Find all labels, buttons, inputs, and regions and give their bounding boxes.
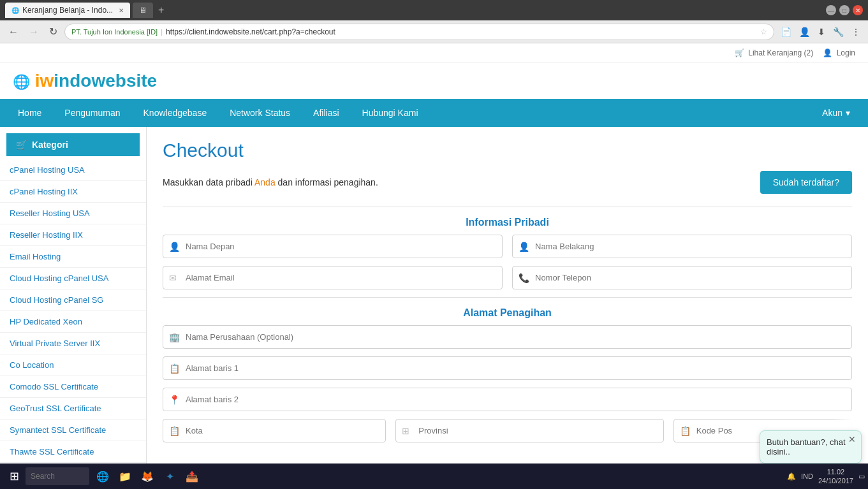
name-row: 👤 👤 [163,235,852,258]
province-icon: ⊞ [402,426,409,436]
logo-icon: 🌐 [13,74,30,90]
nav-knowledgebase[interactable]: Knowledgebase [132,99,219,127]
security-label: PT. Tujuh Ion Indonesia [ID] [71,28,158,36]
category-icon: 🛒 [16,140,27,150]
subtitle-suffix: dan informasi penagihan. [276,177,378,187]
nav-hubungi[interactable]: Hubungi Kami [351,99,430,127]
sidebar-item-symantect[interactable]: Symantect SSL Certificate [0,420,146,441]
login-link[interactable]: 👤 Login [823,48,855,57]
telepon-input[interactable] [512,266,852,289]
taskbar: ⊞ 🌐 📁 🦊 ✦ 📤 🔔 IND 11.02 24/10/2017 ▭ [0,463,868,469]
back-button[interactable]: ← [5,25,22,39]
close-button[interactable]: ✕ [853,5,863,15]
menu-icon[interactable]: ⋮ [849,26,863,38]
profile-icon[interactable]: 👤 [797,26,813,38]
tab-close-icon[interactable]: ✕ [119,7,124,14]
logo-prefix: iw [35,71,54,91]
nav-akun[interactable]: Akun ▾ [811,99,862,127]
nav-pengumuman[interactable]: Pengumuman [53,99,131,127]
browser-toolbar-icons: 📄 👤 ⬇ 🔧 ⋮ [778,26,863,38]
sidebar-item-reseller-iix[interactable]: Reseller Hosting IIX [0,224,146,246]
email-input[interactable] [163,266,503,289]
reader-icon[interactable]: 📄 [778,26,794,38]
sidebar-title: Kategori [32,140,68,150]
content-wrapper: 🛒 Kategori cPanel Hosting USA cPanel Hos… [0,127,868,469]
logo-area: 🌐 iwindowebsite [0,63,868,99]
topbar: 🛒 Lihat Keranjang (2) 👤 Login [0,43,868,63]
sidebar-item-hp-dedicated[interactable]: HP Dedicated Xeon [0,311,146,333]
bookmark-icon[interactable]: ☆ [760,27,767,36]
browser-tab-active[interactable]: 🌐 Keranjang Belanja - Indo... ✕ [5,3,130,18]
nama-belakang-field: 👤 [512,235,852,258]
taskbar-app-firefox[interactable]: 🦊 [137,466,158,469]
taskbar-app-edge[interactable]: 🌐 [92,466,113,469]
checkout-main: Checkout Masukkan data pribadi Anda dan … [147,127,868,469]
kota-field: 📋 [163,419,386,442]
reload-button[interactable]: ↻ [46,24,61,39]
kodepos-icon: 📋 [680,426,691,436]
start-button[interactable]: ⊞ [3,466,26,469]
alamat1-input[interactable] [163,356,852,380]
perusahaan-field: 🏢 [163,325,852,349]
address-icon: 📋 [169,363,180,374]
logo[interactable]: 🌐 iwindowebsite [13,71,855,91]
sidebar-item-cloud-usa[interactable]: Cloud Hosting cPanel USA [0,268,146,289]
tab2-favicon: 🖥 [139,6,147,15]
sidebar-item-cloud-sg[interactable]: Cloud Hosting cPanel SG [0,289,146,311]
new-tab-button[interactable]: + [158,4,164,16]
sidebar-item-email-hosting[interactable]: Email Hosting [0,246,146,268]
maximize-button[interactable]: □ [839,5,850,15]
sidebar-item-geotrust[interactable]: GeoTrust SSL Certificate [0,398,146,420]
location-icon: 📍 [169,395,180,405]
forward-button[interactable]: → [26,25,42,39]
nav-network-status[interactable]: Network Status [218,99,302,127]
subtitle-prefix: Masukkan data pribadi [163,177,254,187]
taskbar-app-dw[interactable]: ✦ [159,466,180,469]
sidebar-header: 🛒 Kategori [6,133,140,156]
nama-depan-input[interactable] [163,235,503,258]
address-url: https://client.indowebsite.net/cart.php?… [166,27,335,36]
chat-bubble[interactable]: ✕ Butuh bantuan?, chat disini.. [760,430,862,463]
sidebar-item-cpanel-iix[interactable]: cPanel Hosting IIX [0,181,146,203]
alamat2-input[interactable] [163,388,852,411]
user-icon: 👤 [169,242,180,252]
download-icon[interactable]: ⬇ [815,26,828,38]
taskbar-right: 🔔 IND 11.02 24/10/2017 ▭ [787,467,865,469]
nav-home[interactable]: Home [6,99,53,127]
sidebar-item-colocation[interactable]: Co Location [0,354,146,376]
subtitle-highlighted: Anda [254,177,276,187]
minimize-button[interactable]: — [826,5,836,15]
tab-favicon: 🌐 [11,7,19,14]
sidebar-item-comodo[interactable]: Comodo SSL Certificate [0,376,146,398]
extensions-icon[interactable]: 🔧 [830,26,846,38]
city-icon: 📋 [169,426,180,436]
phone-icon: 📞 [519,273,529,283]
sudah-terdaftar-button[interactable]: Sudah terdaftar? [760,171,852,194]
taskbar-app-explorer[interactable]: 📁 [115,466,135,469]
nama-belakang-input[interactable] [512,235,852,258]
taskbar-search[interactable] [26,467,89,469]
sidebar-item-reseller-usa[interactable]: Reseller Hosting USA [0,203,146,224]
cart-icon: 🛒 [735,48,744,57]
provinsi-input[interactable] [395,419,663,442]
chat-close-icon[interactable]: ✕ [848,434,856,444]
telepon-field: 📞 [512,266,852,289]
sidebar: 🛒 Kategori cPanel Hosting USA cPanel Hos… [0,127,147,469]
address-field[interactable]: PT. Tujuh Ion Indonesia [ID] | https://c… [64,24,774,40]
taskbar-app-fz[interactable]: 📤 [182,466,202,469]
nav-afiliasi[interactable]: Afiliasi [302,99,350,127]
perusahaan-input[interactable] [163,325,852,349]
nama-depan-field: 👤 [163,235,503,258]
chat-bubble-text: Butuh bantuan?, chat disini.. [767,437,855,456]
cart-link[interactable]: 🛒 Lihat Keranjang (2) [735,48,813,57]
kota-input[interactable] [163,419,386,442]
sidebar-item-cpanel-usa[interactable]: cPanel Hosting USA [0,159,146,181]
city-province-row: 📋 ⊞ 📋 [163,419,852,442]
alamat1-field: 📋 [163,356,852,380]
browser-chrome: 🌐 Keranjang Belanja - Indo... ✕ 🖥 + — □ … [0,0,868,20]
sidebar-item-thawte[interactable]: Thawte SSL Certificate [0,441,146,463]
browser-tab-inactive[interactable]: 🖥 [133,3,153,18]
provinsi-field: ⊞ [395,419,663,442]
akun-label: Akun [822,108,842,118]
sidebar-item-vps-iix[interactable]: Virtual Private Server IIX [0,333,146,354]
